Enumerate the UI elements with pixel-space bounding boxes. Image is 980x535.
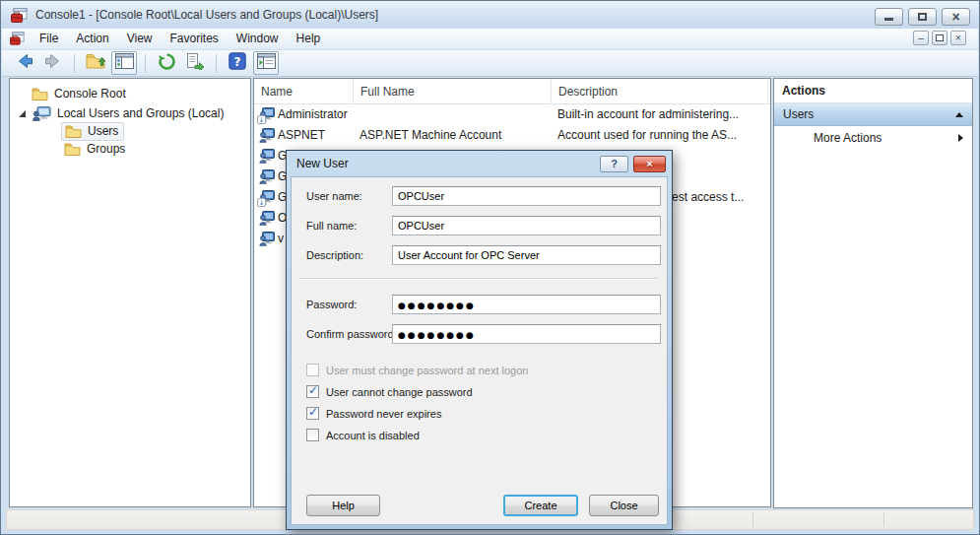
help-icon: ? [229, 52, 246, 74]
more-actions-item[interactable]: More Actions [774, 126, 972, 149]
full-name-field[interactable] [392, 216, 661, 235]
close-dialog-button[interactable]: Close [589, 495, 659, 516]
child-minimize-icon: – [918, 33, 924, 43]
menubar: File Action View Favorites Window Help –… [2, 29, 978, 49]
console-tree-icon [115, 53, 134, 73]
more-actions-label: More Actions [814, 131, 882, 145]
back-icon [15, 51, 34, 75]
folder-icon [32, 87, 48, 100]
create-button[interactable]: Create [503, 495, 578, 516]
selected-tree-item: Users [61, 122, 124, 141]
checkbox-label: Account is disabled [326, 430, 420, 441]
tree-item-users[interactable]: Users [61, 122, 124, 140]
full-name-label: Full name: [306, 220, 357, 232]
checkbox-account-disabled[interactable]: Account is disabled [306, 429, 420, 441]
menu-item-file[interactable]: File [31, 30, 67, 47]
menu-item-favorites[interactable]: Favorites [162, 30, 228, 47]
menu-item-window[interactable]: Window [228, 30, 288, 47]
back-button[interactable] [12, 51, 37, 75]
minimize-button[interactable] [875, 8, 903, 26]
checkbox-checked-icon[interactable] [306, 385, 319, 398]
toolbar-separator [145, 54, 146, 73]
account-disabled-badge-icon: ↓ [257, 115, 266, 124]
user-icon [259, 211, 275, 226]
new-window-button[interactable] [253, 51, 279, 75]
cell-description: Built-in account for administering... [557, 107, 770, 121]
window-titlebar: Console1 - [Console Root\Local Users and… [1, 1, 979, 29]
caption-buttons: × [875, 8, 970, 26]
tree-item-label: Groups [87, 142, 125, 156]
dialog-help-button[interactable]: ? [600, 156, 628, 172]
menu-item-view[interactable]: View [118, 30, 162, 47]
checkbox-checked-icon[interactable] [306, 407, 319, 420]
confirm-password-label: Confirm password: [306, 328, 397, 340]
user-icon [259, 169, 275, 184]
list-row-administrator[interactable]: ↓ Administrator Built-in account for adm… [254, 104, 770, 125]
close-icon: × [646, 158, 652, 169]
menu-item-help[interactable]: Help [288, 30, 330, 47]
new-user-dialog: New User ? × User name: Full name: Descr… [286, 150, 673, 530]
user-icon [259, 128, 275, 143]
checkbox-label: User cannot change password [326, 386, 473, 398]
tree-item-label: Local Users and Groups (Local) [57, 106, 224, 120]
dialog-close-button[interactable]: × [633, 156, 666, 172]
checkbox-must-change-password: User must change password at next logon [306, 364, 528, 376]
confirm-password-field[interactable] [392, 324, 661, 344]
console-child-icon [10, 32, 25, 45]
actions-group-label: Users [783, 107, 814, 121]
help-button[interactable]: ? [225, 51, 250, 75]
account-disabled-badge-icon: ↓ [257, 198, 266, 207]
tree-item-local-users-groups[interactable]: Local Users and Groups (Local) [19, 104, 224, 122]
list-row-aspnet[interactable]: ASPNET ASP.NET Machine Account Account u… [254, 125, 770, 146]
child-restore-button[interactable] [932, 31, 947, 45]
minimize-icon [884, 18, 893, 21]
close-button[interactable]: × [942, 8, 970, 26]
description-field[interactable] [392, 245, 661, 265]
mdi-child-buttons: – × [913, 31, 966, 45]
collapse-icon[interactable] [955, 112, 963, 117]
help-button[interactable]: Help [306, 495, 380, 516]
tree-item-console-root[interactable]: Console Root [32, 85, 126, 102]
show-console-tree-button[interactable] [111, 51, 137, 75]
cell-name: ASPNET [278, 128, 325, 142]
toolbar-separator [216, 54, 217, 73]
column-header-name[interactable]: Name [254, 79, 354, 103]
dialog-title: New User [296, 157, 600, 170]
toolbar: ? [2, 50, 978, 77]
password-field[interactable] [392, 295, 661, 314]
checkbox-label: User must change password at next logon [326, 365, 528, 376]
column-header-description[interactable]: Description [552, 79, 768, 103]
cell-full-name: ASP.NET Machine Account [359, 128, 501, 142]
checkbox-cannot-change-password[interactable]: User cannot change password [306, 385, 473, 398]
column-header-full-name[interactable]: Full Name [354, 79, 552, 103]
cell-name: Administrator [278, 107, 348, 121]
tree-item-groups[interactable]: Groups [64, 140, 125, 158]
description-label: Description: [306, 249, 363, 261]
checkbox-password-never-expires[interactable]: Password never expires [306, 407, 441, 420]
close-icon: × [951, 10, 959, 25]
forward-button[interactable] [40, 51, 66, 75]
up-one-level-button[interactable] [83, 51, 108, 75]
expander-icon[interactable] [19, 110, 26, 117]
user-icon [259, 149, 275, 164]
child-restore-icon [936, 34, 944, 41]
computer-users-icon [33, 106, 51, 121]
actions-pane-title: Actions [774, 79, 972, 103]
dialog-titlebar[interactable]: New User ? × [287, 151, 672, 176]
child-close-button[interactable]: × [950, 31, 966, 45]
export-list-button[interactable] [182, 51, 208, 75]
submenu-arrow-icon [958, 134, 963, 142]
child-minimize-button[interactable]: – [913, 31, 929, 45]
actions-pane: Actions Users More Actions [773, 78, 973, 508]
toolbar-separator [74, 54, 75, 73]
refresh-button[interactable] [154, 51, 179, 75]
child-close-icon: × [955, 33, 961, 43]
user-name-field[interactable] [392, 186, 661, 206]
checkbox-label: Password never expires [326, 408, 441, 420]
window-title: Console1 - [Console Root\Local Users and… [35, 8, 378, 22]
console-icon [11, 8, 28, 23]
maximize-button[interactable] [908, 8, 937, 26]
checkbox-icon[interactable] [306, 429, 319, 441]
menu-item-action[interactable]: Action [67, 30, 117, 47]
actions-group-users[interactable]: Users [774, 103, 972, 126]
